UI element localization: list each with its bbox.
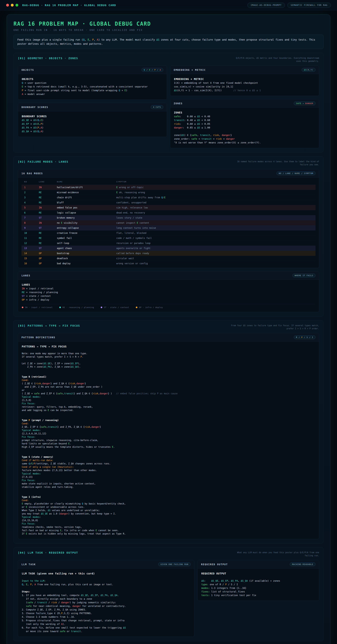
mode-row-14: 14OPbootstrapcalled before deps ready bbox=[22, 251, 316, 256]
lane-legend-label: OP · infra / deploy bbox=[139, 306, 163, 308]
code-line: OP = infra / deploy bbox=[22, 298, 315, 302]
lane-color-dot bbox=[136, 306, 138, 308]
mode-name: embed false pos bbox=[57, 206, 116, 209]
mode-row-1: 1INhallucination/driftE wrong or off-top… bbox=[22, 185, 316, 190]
code-line bbox=[22, 492, 315, 496]
window-controls bbox=[6, 4, 18, 6]
code-line: retriever: query, filters, top-k, embedd… bbox=[22, 405, 315, 408]
code-line: Cond: bbox=[22, 422, 315, 425]
code-line: same Q/E/P/settings, Z_QE stable, Z_QA c… bbox=[22, 462, 315, 465]
code-line: Cond if only a single run (heuristic): bbox=[22, 465, 315, 469]
panel-modes-table: 16 RAG MODES NO / LANE / NAME / SYMPTOM … bbox=[18, 169, 319, 268]
badge-semantic-firewall: SEMANTIC FIREWALL FOR RAG bbox=[287, 3, 331, 8]
panel-badge: 4 CUTS bbox=[151, 105, 163, 109]
code-line: IN = input / retrieval bbox=[22, 287, 315, 290]
code-line: Cond: bbox=[22, 499, 315, 502]
mode-lane: IN bbox=[39, 186, 57, 189]
panel-zones: ZONES SAFE → DANGER ZONES safe: 0.00 ≤ Δ… bbox=[170, 99, 319, 148]
panel-badge: ΔS(X,Y) bbox=[302, 68, 316, 72]
mode-number: 13 bbox=[24, 247, 39, 250]
mode-symptom: E ok, reasoning wrong bbox=[116, 191, 313, 194]
code-line: When Type I holds, ΔS values are undefin… bbox=[22, 509, 315, 512]
mode-number: 8 bbox=[24, 222, 39, 224]
code-line bbox=[22, 358, 315, 362]
mode-name: bad deploy bbox=[57, 262, 116, 265]
code-heading: LLM TASK (given one failing run + this c… bbox=[22, 572, 190, 576]
code-line: fail-fast on bad or missing E, fix infra… bbox=[22, 529, 315, 532]
code-line bbox=[174, 130, 315, 133]
section-note: What any LLM must do when you feed this … bbox=[231, 551, 319, 557]
code-line: type: one of R / P / S / I bbox=[201, 583, 315, 586]
code-line: ΔS(X,Y) = 1 - cos_sim(I(X), I(Y)) // hen… bbox=[174, 88, 315, 92]
code-line: {14,15,16,8} bbox=[22, 519, 315, 522]
code-line: Z_PA = zone(ΔS_PA), Z_QA = zone(ΔS_QA). bbox=[22, 365, 315, 368]
code-line: ΔS: ΔS_QE, ΔS_EP, ΔS_PA, ΔS_QA (if avail… bbox=[201, 579, 315, 583]
mode-name: agent chaos bbox=[57, 247, 116, 250]
code-line: safe: 0.00 ≤ ΔS < 0.40 bbox=[174, 114, 315, 118]
topbar-badges: IMAGE-AS-DEBUG-PROMPT SEMANTIC FIREWALL … bbox=[248, 3, 331, 8]
code-line: ( Z_QE ∈ {risk,danger} and Z_QA ∈ {risk,… bbox=[22, 382, 315, 385]
mode-row-3: 3REchain driftmulti-step plan drifts awa… bbox=[22, 195, 316, 200]
code-line: RE = reasoning / planning bbox=[22, 290, 315, 294]
code-line: and add logging so E can be inspected. bbox=[22, 408, 315, 412]
panel-badge: R / P / S / I bbox=[294, 336, 316, 339]
mode-row-9: 9STentropy collapselong context turns in… bbox=[22, 226, 316, 230]
code-line: Cond if multi-run data: bbox=[22, 459, 315, 462]
code-line: or bbox=[22, 388, 315, 392]
code-block: I(X) = embedding of text X from one fixe… bbox=[174, 81, 315, 92]
mode-name: bootstrap bbox=[57, 252, 116, 255]
code-line: fixes: list of structural_fixes bbox=[201, 590, 315, 594]
panel-label: EMBEDDING + METRIC bbox=[174, 68, 206, 71]
window-zoom-button[interactable] bbox=[16, 4, 18, 6]
panel-badge: GIVEN ONE FAILING RUN bbox=[158, 562, 191, 566]
code-line bbox=[201, 576, 315, 579]
code-line: Q, E, P, A from one failing run, plus th… bbox=[22, 583, 190, 586]
panel-badge: SAFE → DANGER bbox=[294, 102, 316, 105]
window-minimize-button[interactable] bbox=[11, 4, 14, 6]
mode-lane: IN bbox=[39, 206, 57, 209]
lane-legend-label: IN · input / retrieval bbox=[25, 306, 52, 308]
code-line: E empty, placeholder or clearly mismatch… bbox=[22, 502, 315, 506]
mode-lane: ST bbox=[39, 226, 57, 229]
window-close-button[interactable] bbox=[6, 4, 9, 6]
section-patterns: [03] PATTERNS → TYPE → FIX FOCUS From fo… bbox=[14, 320, 324, 544]
code-line: Q = user question bbox=[22, 81, 163, 85]
column-header: LANE bbox=[39, 181, 57, 183]
code-heading: EMBEDDING + METRIC bbox=[174, 77, 315, 81]
mode-symptom: E wrong or off-topic bbox=[116, 186, 313, 189]
mode-row-2: 2REmisread evidenceE ok, reasoning wrong bbox=[22, 190, 316, 195]
code-line: (safe / transit / risk / danger) by judg… bbox=[22, 601, 190, 604]
mode-symptom: long context turns into noise bbox=[116, 226, 313, 229]
code-line: you may treat ΔS_QE as 1.0 (danger) by c… bbox=[22, 512, 315, 516]
code-line: (not only the wording of A). bbox=[22, 622, 190, 626]
code-line: zone_order: safe < transit < risk < dang… bbox=[174, 137, 315, 141]
code-line bbox=[22, 452, 315, 455]
page-title: RAG 16 PROBLEM MAP · GLOBAL DEBUG CARD bbox=[14, 21, 324, 27]
section-title: [02] FAILURE MODES · LANES bbox=[18, 160, 68, 163]
code-block: IN = input / retrievalRE = reasoning / p… bbox=[22, 287, 315, 302]
section-failure-modes: [02] FAILURE MODES · LANES 16 named fail… bbox=[14, 156, 324, 316]
code-line: Note: one mode may appear in more than o… bbox=[22, 352, 315, 355]
code-line: failure matches modes {7,9,13} better th… bbox=[22, 469, 315, 472]
code-line: safe for near-identical meaning, danger … bbox=[22, 604, 190, 608]
code-line: 1. If you have an embedding tool, comput… bbox=[22, 594, 190, 597]
mode-symptom: wrong version or config bbox=[116, 262, 313, 265]
code-line: Typical modes: bbox=[22, 395, 315, 398]
mode-symptom: loses story / state bbox=[116, 216, 313, 219]
column-header: NO bbox=[24, 181, 39, 183]
lane-color-dot bbox=[22, 306, 23, 308]
code-line bbox=[22, 412, 315, 415]
mode-lane: OP bbox=[39, 252, 57, 255]
code-line: cos_sim(u,v) = cosine similarity in [0,1… bbox=[174, 85, 315, 88]
panel-embedding-metric: EMBEDDING + METRIC ΔS(X,Y) EMBEDDING + M… bbox=[170, 66, 319, 96]
mode-number: 1 bbox=[24, 186, 39, 189]
mode-name: chain drift bbox=[57, 196, 116, 199]
section-note: Q/E/P/A objects, ΔS metric and four boun… bbox=[231, 56, 319, 62]
code-line: or move its zone toward safe or transit. bbox=[22, 630, 190, 633]
mode-lane: IN bbox=[39, 222, 57, 224]
mode-number: 3 bbox=[24, 196, 39, 199]
section-title: [03] PATTERNS → TYPE → FIX FOCUS bbox=[18, 324, 80, 327]
panel-lanes: LANES WHERE IT FAILS LANES IN = input / … bbox=[18, 271, 319, 312]
mode-symptom: confident, unsupported bbox=[116, 201, 313, 204]
code-line: danger: 0.85 ≤ ΔS ≤ 1.00 bbox=[174, 126, 315, 130]
